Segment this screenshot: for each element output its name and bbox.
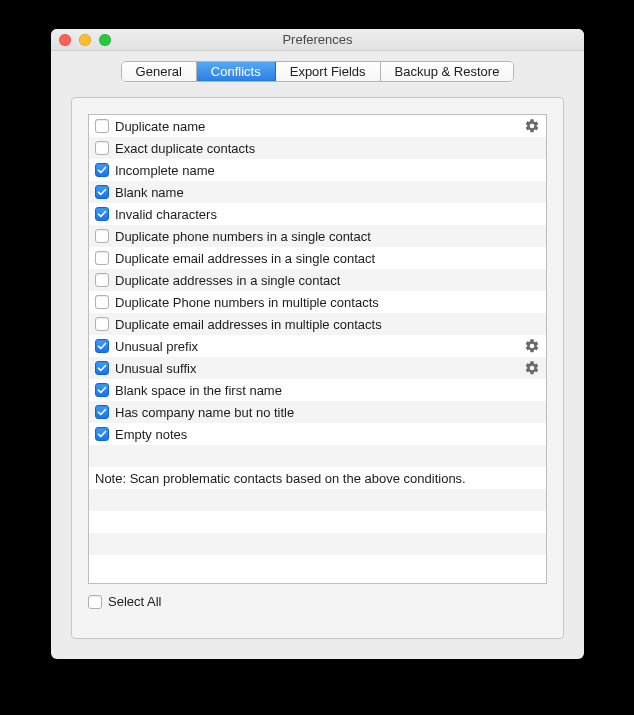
item-label: Incomplete name [115, 163, 540, 178]
list-item: Duplicate addresses in a single contact [89, 269, 546, 291]
preferences-window: Preferences GeneralConflictsExport Field… [51, 29, 584, 659]
conflicts-panel: Duplicate nameExact duplicate contactsIn… [71, 97, 564, 639]
spacer-row [89, 511, 546, 533]
item-label: Exact duplicate contacts [115, 141, 540, 156]
gear-icon[interactable] [524, 338, 540, 354]
list-item: Exact duplicate contacts [89, 137, 546, 159]
gear-icon[interactable] [524, 360, 540, 376]
spacer-row [89, 555, 546, 577]
list-item: Blank space in the first name [89, 379, 546, 401]
note-row: Note: Scan problematic contacts based on… [89, 467, 546, 489]
list-item: Blank name [89, 181, 546, 203]
item-label: Duplicate phone numbers in a single cont… [115, 229, 540, 244]
list-item: Duplicate name [89, 115, 546, 137]
item-label: Blank name [115, 185, 540, 200]
list-item: Duplicate Phone numbers in multiple cont… [89, 291, 546, 313]
item-label: Duplicate name [115, 119, 520, 134]
item-checkbox[interactable] [95, 383, 109, 397]
item-label: Duplicate addresses in a single contact [115, 273, 540, 288]
list-item: Duplicate email addresses in a single co… [89, 247, 546, 269]
spacer-row [89, 489, 546, 511]
item-checkbox[interactable] [95, 273, 109, 287]
item-checkbox[interactable] [95, 207, 109, 221]
tab-general[interactable]: General [122, 62, 197, 81]
list-item: Empty notes [89, 423, 546, 445]
tab-export-fields[interactable]: Export Fields [276, 62, 381, 81]
item-label: Duplicate email addresses in multiple co… [115, 317, 540, 332]
tab-bar: GeneralConflictsExport FieldsBackup & Re… [51, 51, 584, 91]
spacer-row [89, 445, 546, 467]
list-item: Duplicate email addresses in multiple co… [89, 313, 546, 335]
tab-backup-restore[interactable]: Backup & Restore [381, 62, 514, 81]
list-item: Invalid characters [89, 203, 546, 225]
item-checkbox[interactable] [95, 229, 109, 243]
item-label: Duplicate Phone numbers in multiple cont… [115, 295, 540, 310]
item-checkbox[interactable] [95, 295, 109, 309]
item-checkbox[interactable] [95, 339, 109, 353]
item-label: Empty notes [115, 427, 540, 442]
item-checkbox[interactable] [95, 163, 109, 177]
list-item: Unusual suffix [89, 357, 546, 379]
item-checkbox[interactable] [95, 141, 109, 155]
select-all-checkbox[interactable] [88, 595, 102, 609]
list-item: Unusual prefix [89, 335, 546, 357]
item-label: Unusual prefix [115, 339, 520, 354]
spacer-row [89, 533, 546, 555]
item-checkbox[interactable] [95, 405, 109, 419]
item-label: Duplicate email addresses in a single co… [115, 251, 540, 266]
item-label: Blank space in the first name [115, 383, 540, 398]
item-label: Unusual suffix [115, 361, 520, 376]
select-all-label: Select All [108, 594, 161, 609]
item-checkbox[interactable] [95, 119, 109, 133]
item-checkbox[interactable] [95, 427, 109, 441]
window-title: Preferences [51, 29, 584, 51]
conflict-list: Duplicate nameExact duplicate contactsIn… [88, 114, 547, 584]
note-text: Note: Scan problematic contacts based on… [95, 471, 466, 486]
tab-conflicts[interactable]: Conflicts [197, 62, 276, 81]
gear-icon[interactable] [524, 118, 540, 134]
list-item: Incomplete name [89, 159, 546, 181]
item-label: Has company name but no title [115, 405, 540, 420]
list-item: Duplicate phone numbers in a single cont… [89, 225, 546, 247]
item-checkbox[interactable] [95, 317, 109, 331]
item-checkbox[interactable] [95, 185, 109, 199]
titlebar: Preferences [51, 29, 584, 51]
select-all-row: Select All [88, 594, 547, 609]
list-item: Has company name but no title [89, 401, 546, 423]
item-label: Invalid characters [115, 207, 540, 222]
item-checkbox[interactable] [95, 251, 109, 265]
item-checkbox[interactable] [95, 361, 109, 375]
